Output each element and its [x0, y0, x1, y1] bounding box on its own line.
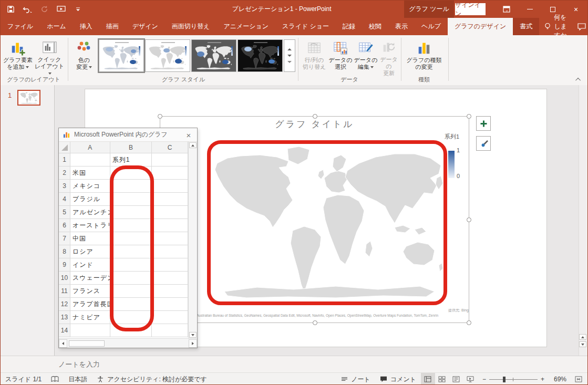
cell-A12[interactable]: アラブ首長国連邦 [70, 298, 110, 311]
cell-A9[interactable]: インド [70, 258, 110, 272]
cell-C3[interactable] [152, 180, 188, 193]
scroll-down-button[interactable] [189, 332, 197, 338]
spellcheck-icon[interactable] [46, 373, 64, 385]
cell-A10[interactable]: スウェーデン [70, 272, 110, 285]
column-header-A[interactable]: A [70, 142, 110, 153]
chart-style-3[interactable] [191, 39, 236, 72]
zoom-slider[interactable] [489, 379, 538, 380]
zoom-slider-thumb[interactable] [503, 377, 506, 382]
cell-A2[interactable]: 米国 [70, 167, 110, 180]
cell-B13[interactable] [110, 311, 152, 324]
cell-A13[interactable]: ナミビア [70, 311, 110, 324]
cell-B1[interactable]: 系列1 [110, 153, 152, 167]
row-header[interactable]: 9 [59, 258, 70, 272]
add-chart-element-button[interactable]: グラフ要素 を追加 [3, 37, 33, 77]
reading-view-button[interactable] [449, 373, 463, 385]
scroll-right-button[interactable] [189, 339, 197, 348]
cell-A5[interactable]: アルゼンチン [70, 206, 110, 219]
scroll-up-button[interactable] [189, 142, 197, 148]
row-header[interactable]: 3 [59, 180, 70, 193]
cell-A1[interactable] [70, 153, 110, 167]
ribbon-display-options-button[interactable] [495, 1, 518, 18]
cell-B10[interactable] [110, 272, 152, 285]
tab-review[interactable]: 校閲 [362, 18, 388, 35]
row-header[interactable]: 7 [59, 232, 70, 245]
chart-style-1[interactable] [99, 39, 144, 72]
slideshow-view-button[interactable] [463, 373, 478, 385]
resize-handle-right-middle[interactable] [467, 217, 471, 222]
minimize-button[interactable] [518, 1, 541, 18]
cell-B5[interactable] [110, 206, 152, 219]
tab-format[interactable]: 書式 [513, 18, 539, 35]
row-header[interactable]: 5 [59, 206, 70, 219]
cell-B14[interactable] [110, 324, 152, 337]
cell-C10[interactable] [152, 272, 188, 285]
select-data-button[interactable]: データの 選択 [328, 37, 353, 77]
cell-B12[interactable] [110, 298, 152, 311]
cell-C9[interactable] [152, 258, 188, 272]
row-header[interactable]: 2 [59, 167, 70, 180]
tab-design[interactable]: デザイン [126, 18, 165, 35]
collapse-ribbon-button[interactable] [574, 76, 583, 83]
cell-C4[interactable] [152, 193, 188, 206]
tab-view[interactable]: 表示 [388, 18, 415, 35]
cell-A14[interactable] [70, 324, 110, 337]
data-window-vertical-scrollbar[interactable] [188, 142, 197, 338]
cell-A7[interactable]: 中国 [70, 232, 110, 245]
cell-B6[interactable] [110, 219, 152, 232]
cell-C12[interactable] [152, 298, 188, 311]
row-header[interactable]: 4 [59, 193, 70, 206]
chart-styles-button[interactable] [476, 136, 491, 151]
gallery-more-button[interactable] [284, 39, 295, 72]
cell-C1[interactable] [152, 153, 188, 167]
row-header[interactable]: 12 [59, 298, 70, 311]
quick-layout-button[interactable]: クイック レイアウト [34, 37, 65, 77]
undo-icon[interactable] [23, 5, 32, 14]
chart-elements-button[interactable] [476, 116, 491, 131]
cell-B3[interactable] [110, 180, 152, 193]
column-header-C[interactable]: C [152, 142, 188, 153]
tab-transitions[interactable]: 画面切り替え [165, 18, 217, 35]
horizontal-scroll-thumb[interactable] [69, 340, 105, 347]
resize-handle-bottom-middle[interactable] [313, 320, 317, 325]
next-slide-button[interactable] [579, 341, 586, 347]
resize-handle-bottom-right[interactable] [467, 320, 471, 325]
zoom-out-button[interactable]: − [478, 373, 486, 385]
cell-A4[interactable]: ブラジル [70, 193, 110, 206]
row-header[interactable]: 6 [59, 219, 70, 232]
cell-C5[interactable] [152, 206, 188, 219]
zoom-level[interactable]: 69% [549, 373, 571, 385]
slide-sorter-view-button[interactable] [435, 373, 449, 385]
cell-C2[interactable] [152, 167, 188, 180]
start-from-beginning-icon[interactable] [56, 5, 66, 14]
cell-A3[interactable]: メキシコ [70, 180, 110, 193]
cell-B2[interactable] [110, 167, 152, 180]
cell-C7[interactable] [152, 232, 188, 245]
tab-help[interactable]: ヘルプ [415, 18, 448, 35]
zoom-in-button[interactable]: + [541, 373, 549, 385]
row-header[interactable]: 14 [59, 324, 70, 337]
row-header[interactable]: 8 [59, 245, 70, 258]
select-all-cell[interactable] [59, 142, 70, 153]
tab-animations[interactable]: アニメーション [216, 18, 275, 35]
comments-button-top[interactable] [576, 18, 587, 35]
cell-C8[interactable] [152, 245, 188, 258]
data-window-titlebar[interactable]: Microsoft PowerPoint 内のグラフ × [59, 128, 197, 142]
cell-B4[interactable] [110, 193, 152, 206]
tell-me-box[interactable]: 何をしますか [539, 18, 576, 35]
edit-data-button[interactable]: データの 編集 [354, 37, 378, 77]
notes-pane[interactable]: ノートを入力 [1, 356, 587, 372]
previous-slide-button[interactable] [579, 334, 586, 340]
change-colors-button[interactable]: 色の 変更 [70, 37, 98, 77]
notes-toggle-button[interactable]: ノート [336, 373, 375, 385]
cell-C13[interactable] [152, 311, 188, 324]
tab-file[interactable]: ファイル [1, 18, 40, 35]
cell-C14[interactable] [152, 324, 188, 337]
tab-chart-design[interactable]: グラフのデザイン [448, 18, 513, 35]
chart-style-4[interactable] [238, 39, 283, 72]
normal-view-button[interactable] [421, 373, 435, 385]
slide-thumbnail[interactable] [17, 90, 40, 106]
cell-B8[interactable] [110, 245, 152, 258]
save-icon[interactable] [6, 5, 15, 14]
chart-selection-frame[interactable] [160, 116, 469, 323]
